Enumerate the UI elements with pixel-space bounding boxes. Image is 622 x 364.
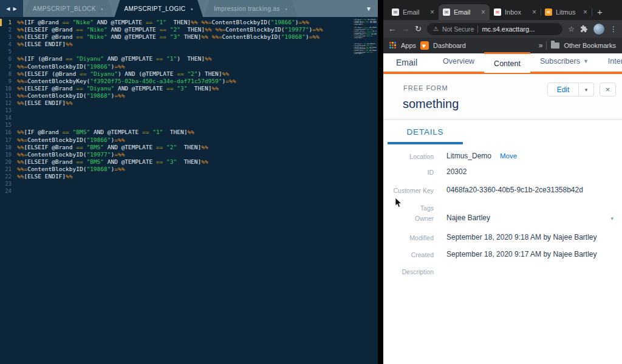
line-number: 22 [0, 173, 17, 180]
code-line: 9%%=ContentBlockbyKey("f3920f75-02ba-450… [0, 78, 378, 85]
code-token: [ELSE ENDIF] [24, 173, 66, 180]
tab-overflow-icon[interactable]: ▼ [360, 0, 378, 17]
minimap-token: [ELSEIF @Brand [355, 33, 364, 35]
code-line-text: %%=ContentBlockbyKey("f3920f75-02ba-450c… [17, 78, 236, 85]
extensions-icon[interactable] [580, 25, 588, 33]
minimap-token: AND @TEMPLATE [369, 50, 377, 51]
tab-bar-spacer [299, 0, 360, 17]
tab-close-icon[interactable]: × [583, 8, 587, 16]
code-editor-pane: ◀ ▶ AMPSCRIPT_BLOCK●AMPSCRIPT_LOGIC●Impr… [0, 0, 378, 364]
address-bar[interactable]: ⚠ Not Secure mc.s4.exacttarg... [427, 23, 562, 35]
minimap-token: =%% [371, 29, 372, 30]
new-tab-button[interactable]: + [597, 7, 603, 17]
owner-dropdown-icon[interactable]: ▾ [610, 215, 613, 221]
code-editor[interactable]: 1%%[IF @Brand == "Nike" AND @TEMPLATE ==… [0, 17, 378, 195]
code-token: AND @TEMPLATE [94, 19, 146, 25]
code-line: 15 [0, 121, 378, 129]
minimap-token: == [376, 19, 377, 20]
bookmarks-bar: Apps ▶ Dashboard » Other Bookmarks [383, 38, 622, 53]
nav-item-overview[interactable]: Overview [433, 52, 484, 70]
code-token: %% [201, 33, 208, 40]
other-bookmarks[interactable]: Other Bookmarks [564, 42, 616, 49]
profile-avatar[interactable] [593, 24, 604, 35]
code-token: == [76, 26, 83, 33]
url-text[interactable]: mc.s4.exacttarg... [482, 25, 535, 33]
browser-tab-title: Email [403, 8, 426, 16]
code-line-text: %%[IF (@Brand == "Diyanu" AND @TEMPLATE … [17, 55, 211, 62]
back-icon[interactable]: ← [388, 24, 396, 33]
marketing-cloud-page: Email OverviewContentSubscribers▼Interac… [383, 53, 622, 364]
forward-icon[interactable]: → [402, 24, 409, 33]
tab-scroll-right-icon[interactable]: ▶ [13, 6, 17, 12]
code-line-text: %%[ELSEIF @Brand == "Nike" AND @TEMPLATE… [17, 26, 323, 33]
browser-tab[interactable]: ✉Litmus× [541, 4, 592, 20]
tab-scroll-left-icon[interactable]: ◀ [6, 6, 10, 12]
code-token: == [62, 129, 69, 135]
mouse-cursor [395, 198, 403, 209]
tab-close-icon[interactable]: × [481, 8, 485, 16]
editor-tab[interactable]: AMPSCRIPT_LOGIC● [114, 0, 203, 17]
line-number: 5 [0, 48, 17, 55]
bookmark-dashboard[interactable]: Dashboard [433, 42, 466, 49]
code-line: 23 [0, 180, 378, 187]
line-number: 2 [0, 26, 17, 33]
tab-details[interactable]: DETAILS [388, 127, 463, 144]
code-token: =%% [114, 136, 125, 143]
code-line: 18%%[ELSEIF @Brand == "BMS" AND @TEMPLAT… [0, 144, 378, 151]
code-token: [ELSE ENDIF] [24, 99, 66, 106]
edit-button[interactable]: Edit [547, 83, 579, 96]
code-token: [IF @Brand [24, 19, 62, 25]
minimap-token: [ELSE ENDIF] [355, 37, 362, 38]
editor-tab[interactable]: AMPSCRIPT_BLOCK● [23, 0, 113, 17]
bookmark-star-icon[interactable]: ☆ [568, 25, 575, 33]
nav-item-content[interactable]: Content [484, 52, 530, 73]
code-token: "3" [166, 158, 177, 165]
editor-tab[interactable]: Impression tracking.as● [204, 0, 297, 17]
browser-tab[interactable]: ✉Inbox× [490, 4, 541, 20]
dashboard-favicon[interactable]: ▶ [420, 41, 429, 50]
page-title: something [403, 97, 459, 111]
bookmarks-overflow-icon[interactable]: » [539, 41, 542, 50]
code-token: AND @TEMPLATE [104, 144, 156, 150]
reload-icon[interactable]: ↻ [415, 24, 422, 33]
code-token: THEN] [180, 33, 201, 40]
tab-scroll-arrows[interactable]: ◀ ▶ [0, 0, 23, 17]
code-token: "1" [152, 129, 163, 135]
code-token: %%= [17, 92, 27, 99]
detail-label: Modified [388, 233, 434, 241]
browser-menu-icon[interactable]: ⋮ [610, 25, 617, 33]
not-secure-warning-icon: ⚠ [433, 25, 439, 32]
code-token: %% [17, 99, 24, 106]
code-token: =%% [114, 92, 125, 99]
nav-item-interaction[interactable]: Interaction [598, 52, 622, 70]
code-line-text: %%=ContentBlockbyID("19868")=%% [17, 166, 125, 173]
content-actions: Edit ▾ × [547, 83, 616, 96]
minimap[interactable]: %%[IF @Brand == "Nike" AND @TEMPLATE == … [354, 19, 377, 58]
minimap-token: [ELSEIF @Brand [355, 21, 364, 22]
nav-item-subscribers[interactable]: Subscribers▼ [530, 52, 598, 70]
code-token: THEN] [177, 158, 201, 165]
apps-grid-icon[interactable] [389, 42, 397, 49]
move-link[interactable]: Move [500, 152, 517, 160]
modified-dot-icon: ● [190, 7, 193, 11]
browser-tab[interactable]: ✉Email× [388, 4, 439, 20]
browser-tab[interactable]: ✉Email× [439, 4, 490, 20]
nav-item-label: Subscribers [540, 57, 580, 66]
detail-value: Najee Bartley [446, 214, 490, 222]
tab-close-icon[interactable]: × [430, 8, 434, 16]
edit-dropdown-icon[interactable]: ▾ [579, 83, 594, 96]
detail-row: OwnerNajee Bartley▾ [388, 214, 622, 223]
code-line: 11%%=ContentBlockbyID("19868")=%% [0, 92, 378, 99]
minimap-token: ContentBlockbyKey( [355, 32, 366, 33]
close-icon[interactable]: × [600, 83, 616, 96]
line-number: 16 [0, 129, 17, 136]
modified-dot-icon: ● [101, 7, 104, 11]
code-token: ContentBlockbyID( [211, 19, 270, 25]
code-token: THEN] [187, 85, 211, 92]
code-token: == [76, 33, 83, 40]
tab-close-icon[interactable]: × [532, 8, 536, 16]
security-label[interactable]: Not Secure [442, 25, 474, 33]
detail-value: 0468fa20-3360-40b5-9c1b-2ce31358b42d [446, 186, 583, 194]
detail-label: Customer Key [388, 186, 434, 194]
apps-label[interactable]: Apps [401, 42, 416, 49]
